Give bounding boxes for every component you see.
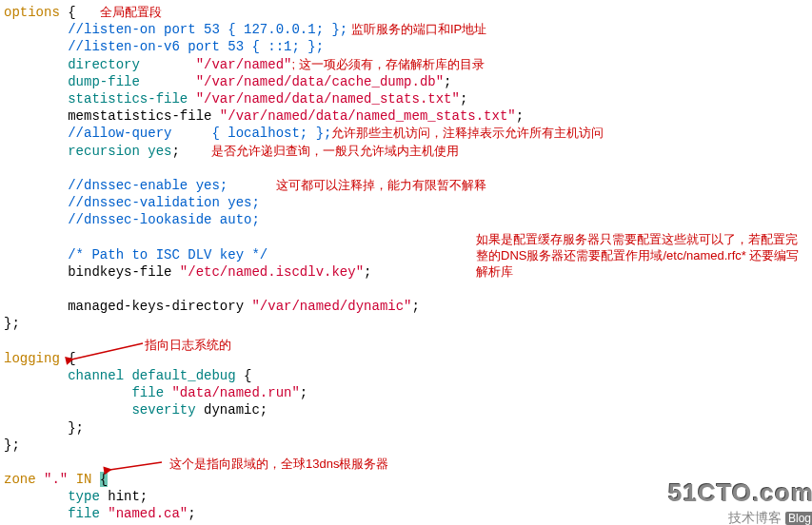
line-options: options { 全局配置段: [4, 4, 812, 21]
line-memstats: memstatistics-file "/var/named/data/name…: [4, 107, 812, 125]
annotation-side: 如果是配置缓存服务器只需要配置这些就可以了，若配置完整的DNS服务器还需要配置作…: [476, 232, 809, 281]
line-allowquery: //allow-query { localhost; };允许那些主机访问，注释…: [4, 125, 812, 142]
line-listenonv6: //listen-on-v6 port 53 { ::1; };: [4, 38, 812, 55]
line-channel: channel default_debug {: [4, 367, 812, 384]
line-directory: directory "/var/named"; 这一项必须有，存储解析库的目录: [4, 56, 812, 73]
line-dnssec-validation: //dnssec-validation yes;: [4, 194, 812, 211]
line-statsfile: statistics-file "/var/named/data/named_s…: [4, 90, 812, 107]
line-mkd: managed-keys-directory "/var/named/dynam…: [4, 298, 812, 315]
line-severity: severity dynamic;: [4, 401, 812, 418]
line-chfile: file "data/named.run";: [4, 384, 812, 401]
line-listenon: //listen-on port 53 { 127.0.0.1; }; 监听服务…: [4, 21, 812, 38]
watermark: 51CTO.com 技术博客 Blog: [668, 477, 812, 525]
line-dnssec-enable: //dnssec-enable yes; 这可都可以注释掉，能力有限暂不解释: [4, 177, 812, 194]
line-logging: logging {: [4, 350, 812, 367]
annotation-logging: 指向日志系统的: [145, 338, 231, 354]
line-dumpfile: dump-file "/var/named/data/cache_dump.db…: [4, 73, 812, 90]
line-recursion: recursion yes; 是否允许递归查询，一般只允许域内主机使用: [4, 143, 812, 160]
line-dnssec-lookaside: //dnssec-lookaside auto;: [4, 211, 812, 228]
annotation-zone: 这个是指向跟域的，全球13dns根服务器: [169, 457, 388, 473]
